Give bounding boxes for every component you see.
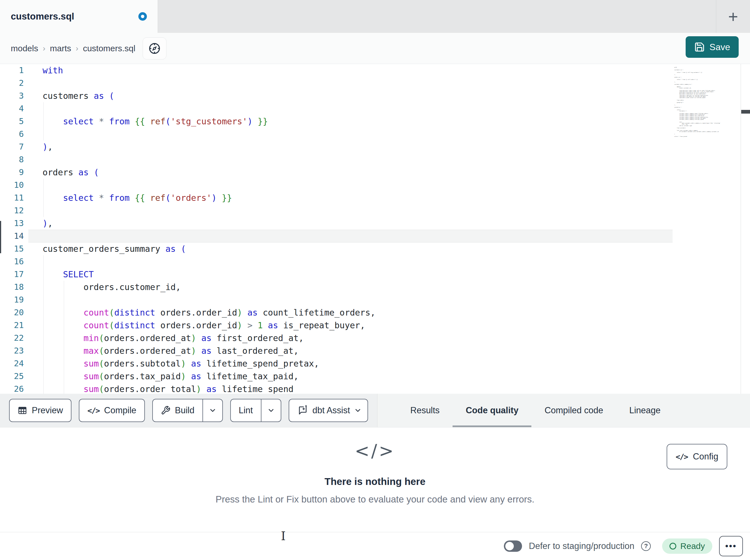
- code-line: 6: [0, 128, 750, 141]
- panel-resize-handle[interactable]: [0, 221, 1, 253]
- line-number: 24: [0, 357, 24, 370]
- defer-label: Defer to staging/production: [529, 541, 634, 551]
- code-line: 23 max(orders.ordered_at) as last_ordere…: [0, 345, 750, 357]
- indent-guide: [43, 115, 44, 128]
- indent-guide: [43, 102, 44, 115]
- dbt-assist-dropdown-button[interactable]: [353, 399, 368, 421]
- indent-guide: [43, 332, 44, 345]
- tab-compiled-code[interactable]: Compiled code: [531, 394, 616, 427]
- table-icon: [18, 406, 27, 415]
- save-icon: [694, 42, 705, 53]
- preview-button[interactable]: Preview: [9, 399, 72, 422]
- code-line: 1with: [0, 64, 750, 77]
- line-number: 3: [0, 89, 24, 102]
- chevron-down-icon: [267, 407, 275, 414]
- code-line-content: orders.customer_id,: [42, 281, 672, 293]
- toolbar-buttons: Preview </> Compile Build: [0, 394, 377, 427]
- line-number: 13: [0, 217, 24, 230]
- code-editor[interactable]: 1with23customers as (45 select * from {{…: [0, 64, 750, 394]
- save-button[interactable]: Save: [686, 36, 739, 58]
- indent-guide: [64, 319, 64, 332]
- breadcrumb-item-models[interactable]: models: [11, 44, 38, 53]
- line-number: 5: [0, 115, 24, 128]
- tab-code-quality-label: Code quality: [466, 405, 518, 416]
- code-line: 20 count(distinct orders.order_id) as co…: [0, 306, 750, 319]
- chevron-down-icon: [354, 407, 362, 414]
- editor-tab-bar: customers.sql +: [0, 0, 750, 33]
- breadcrumb-item-marts[interactable]: marts: [50, 44, 71, 53]
- build-dropdown-button[interactable]: [202, 399, 222, 421]
- indent-guide: [43, 179, 44, 191]
- code-line-content: sum(orders.tax_paid) as lifetime_tax_pai…: [42, 370, 672, 383]
- tab-lineage[interactable]: Lineage: [616, 394, 673, 427]
- compass-icon: [148, 42, 161, 55]
- code-line-content: sum(orders.subtotal) as lifetime_spend_p…: [42, 357, 672, 370]
- code-line-content: with: [42, 64, 672, 77]
- dbt-assist-label: dbt Assist: [313, 405, 350, 416]
- minimap-content: with customers as ( select * from {{ ref…: [674, 67, 693, 137]
- status-bar: Defer to staging/production ? Ready •••: [0, 532, 750, 560]
- defer-toggle[interactable]: [504, 540, 522, 552]
- tab-results[interactable]: Results: [397, 394, 453, 427]
- code-line-content: SELECT: [42, 268, 672, 281]
- dbt-assist-button[interactable]: dbt Assist: [289, 399, 368, 422]
- code-line-content: select * from {{ ref('orders') }}: [42, 191, 672, 204]
- ide-status-badge[interactable]: Ready: [662, 538, 712, 554]
- panel-tabs: Results Code quality Compiled code Linea…: [377, 394, 750, 427]
- line-number: 17: [0, 268, 24, 281]
- config-button[interactable]: </> Config: [667, 444, 727, 469]
- line-number: 14: [0, 230, 24, 243]
- code-line: 4: [0, 102, 750, 115]
- wrench-icon: [161, 406, 171, 415]
- editor-scrollbar-thumb[interactable]: [741, 110, 750, 113]
- editor-scrollbar[interactable]: [741, 64, 750, 394]
- line-number: 12: [0, 204, 24, 217]
- line-number: 21: [0, 319, 24, 332]
- code-line: 24 sum(orders.subtotal) as lifetime_spen…: [0, 357, 750, 370]
- line-number: 23: [0, 345, 24, 357]
- line-number: 20: [0, 306, 24, 319]
- build-button[interactable]: Build: [152, 399, 223, 422]
- code-line-content: [42, 230, 672, 243]
- status-circle-icon: [669, 543, 676, 549]
- lint-dropdown-button[interactable]: [261, 399, 281, 421]
- code-line-content: orders as (: [42, 166, 672, 179]
- code-icon: </>: [676, 452, 688, 461]
- help-icon[interactable]: ?: [641, 541, 651, 551]
- line-number: 26: [0, 383, 24, 394]
- line-number: 1: [0, 64, 24, 77]
- code-line-content: [42, 153, 672, 166]
- indent-guide: [43, 191, 44, 204]
- indent-guide: [43, 319, 44, 332]
- code-line-content: count(distinct orders.order_id) > 1 as i…: [42, 319, 672, 332]
- compile-button[interactable]: </> Compile: [79, 399, 145, 422]
- code-line: 12: [0, 204, 750, 217]
- code-line: 10: [0, 179, 750, 191]
- code-line: 18 orders.customer_id,: [0, 281, 750, 293]
- indent-guide: [43, 268, 44, 281]
- empty-state-title: There is nothing here: [0, 476, 750, 487]
- indent-guide: [43, 357, 44, 370]
- line-number: 4: [0, 102, 24, 115]
- code-line-content: count(distinct orders.order_id) as count…: [42, 306, 672, 319]
- lint-button[interactable]: Lint: [230, 399, 281, 422]
- preview-label: Preview: [32, 405, 63, 416]
- code-line: 16: [0, 255, 750, 268]
- code-line: 25 sum(orders.tax_paid) as lifetime_tax_…: [0, 370, 750, 383]
- tab-customers-sql[interactable]: customers.sql: [0, 0, 158, 33]
- code-line: 26 sum(orders.order_total) as lifetime_s…: [0, 383, 750, 394]
- code-line: 3customers as (: [0, 89, 750, 102]
- unsaved-changes-dot-icon: [138, 12, 147, 21]
- code-line: 5 select * from {{ ref('stg_customers') …: [0, 115, 750, 128]
- indent-guide: [43, 306, 44, 319]
- overflow-menu-button[interactable]: •••: [719, 536, 743, 556]
- breadcrumb-item-customers-sql[interactable]: customers.sql: [83, 44, 135, 53]
- tab-code-quality[interactable]: Code quality: [453, 394, 531, 427]
- save-label: Save: [709, 42, 730, 53]
- code-line-content: customer_orders_summary as (: [42, 243, 672, 255]
- minimap[interactable]: with customers as ( select * from {{ ref…: [674, 67, 740, 390]
- code-line-content: [42, 77, 672, 89]
- format-compass-button[interactable]: [143, 37, 166, 60]
- new-tab-button[interactable]: +: [716, 0, 750, 33]
- indent-guide: [64, 281, 64, 293]
